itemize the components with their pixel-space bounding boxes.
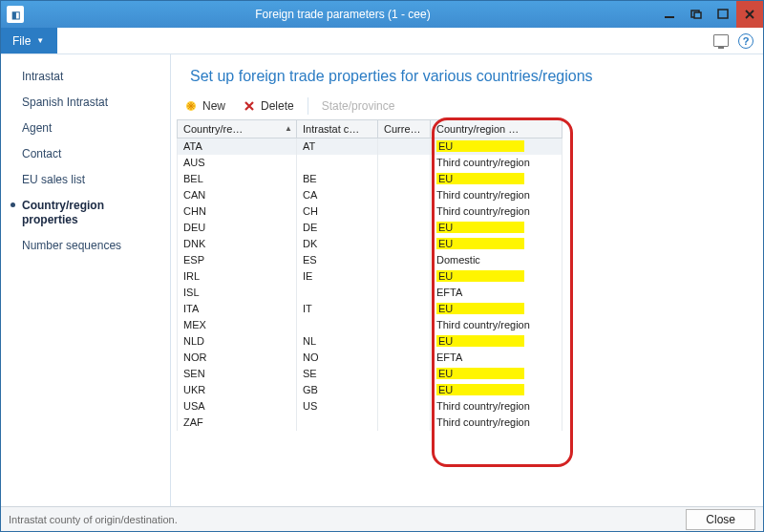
cell[interactable]: NLD — [178, 333, 297, 350]
cell[interactable]: EU — [431, 220, 562, 236]
cell[interactable] — [297, 317, 378, 333]
cell[interactable]: US — [297, 398, 378, 415]
close-window-button[interactable] — [736, 1, 763, 28]
cell[interactable] — [378, 138, 431, 155]
cell[interactable] — [378, 171, 431, 187]
cell[interactable] — [378, 382, 431, 398]
cell[interactable]: Third country/region — [431, 155, 562, 171]
cell[interactable] — [378, 301, 431, 317]
cell[interactable]: ES — [297, 252, 378, 268]
cell[interactable] — [378, 203, 431, 220]
cell[interactable]: IRL — [178, 268, 297, 285]
close-button[interactable]: Close — [686, 509, 755, 530]
cell[interactable] — [378, 268, 431, 285]
table-row[interactable]: ESPESDomestic — [178, 252, 562, 268]
cell[interactable]: IT — [297, 301, 378, 317]
cell[interactable]: Domestic — [431, 252, 562, 268]
cell[interactable] — [378, 366, 431, 382]
table-row[interactable]: SENSEEU — [178, 366, 562, 382]
minimize-button[interactable] — [656, 1, 683, 28]
table-row[interactable]: MEXThird country/region — [178, 317, 562, 333]
cell[interactable]: EU — [431, 138, 562, 155]
cell[interactable] — [378, 285, 431, 301]
cell[interactable]: ATA — [178, 138, 297, 155]
cell[interactable]: BEL — [178, 171, 297, 187]
cell[interactable]: CHN — [178, 203, 297, 220]
cell[interactable]: AT — [297, 138, 378, 155]
cell[interactable]: EFTA — [431, 285, 562, 301]
cell[interactable]: Third country/region — [431, 187, 562, 203]
table-row[interactable]: CANCAThird country/region — [178, 187, 562, 203]
table-row[interactable]: DEUDEEU — [178, 220, 562, 236]
sidebar-item-contact[interactable]: Contact — [1, 141, 170, 167]
country-grid[interactable]: Country/re…▲ Intrastat c… Curre… Country… — [177, 119, 562, 431]
table-row[interactable]: BELBEEU — [178, 171, 562, 187]
cell[interactable]: Third country/region — [431, 415, 562, 431]
cell[interactable]: MEX — [178, 317, 297, 333]
col-currency[interactable]: Curre… — [378, 120, 431, 138]
cell[interactable]: ITA — [178, 301, 297, 317]
cell[interactable]: EU — [431, 382, 562, 398]
table-row[interactable]: ZAFThird country/region — [178, 415, 562, 431]
sidebar-item-country-region-properties[interactable]: Country/region properties — [1, 193, 170, 233]
table-row[interactable]: IRLIEEU — [178, 268, 562, 285]
cell[interactable]: DNK — [178, 236, 297, 252]
maximize-button[interactable] — [710, 1, 736, 28]
sidebar-item-number-sequences[interactable]: Number sequences — [1, 233, 170, 259]
cell[interactable]: AUS — [178, 155, 297, 171]
table-row[interactable]: ATAATEU — [178, 138, 562, 155]
cell[interactable]: IE — [297, 268, 378, 285]
cell[interactable] — [378, 236, 431, 252]
cell[interactable]: CA — [297, 187, 378, 203]
cell[interactable]: ESP — [178, 252, 297, 268]
cell[interactable]: Third country/region — [431, 317, 562, 333]
cell[interactable] — [378, 398, 431, 415]
col-country[interactable]: Country/re…▲ — [178, 120, 297, 138]
cell[interactable]: ZAF — [178, 415, 297, 431]
sidebar-item-eu-sales-list[interactable]: EU sales list — [1, 167, 170, 193]
view-icon[interactable] — [713, 34, 729, 47]
table-row[interactable]: NORNOEFTA — [178, 350, 562, 366]
cell[interactable]: NL — [297, 333, 378, 350]
cell[interactable] — [378, 350, 431, 366]
table-row[interactable]: ISLEFTA — [178, 285, 562, 301]
cell[interactable] — [378, 333, 431, 350]
cell[interactable] — [297, 155, 378, 171]
table-row[interactable]: UKRGBEU — [178, 382, 562, 398]
cell[interactable]: DE — [297, 220, 378, 236]
sidebar-item-agent[interactable]: Agent — [1, 116, 170, 141]
cell[interactable] — [378, 220, 431, 236]
cell[interactable] — [297, 285, 378, 301]
cell[interactable]: NOR — [178, 350, 297, 366]
cell[interactable]: EU — [431, 366, 562, 382]
cell[interactable]: EU — [431, 236, 562, 252]
cell[interactable]: EFTA — [431, 350, 562, 366]
cell[interactable] — [378, 155, 431, 171]
cell[interactable]: CH — [297, 203, 378, 220]
table-row[interactable]: CHNCHThird country/region — [178, 203, 562, 220]
cell[interactable]: EU — [431, 268, 562, 285]
file-menu-button[interactable]: File ▼ — [1, 28, 57, 53]
cell[interactable]: ISL — [178, 285, 297, 301]
cell[interactable]: DK — [297, 236, 378, 252]
cell[interactable]: Third country/region — [431, 398, 562, 415]
cell[interactable]: GB — [297, 382, 378, 398]
cell[interactable] — [378, 252, 431, 268]
new-button[interactable]: New — [177, 96, 233, 116]
cell[interactable]: EU — [431, 301, 562, 317]
col-country-region-type[interactable]: Country/region … — [431, 120, 562, 138]
sidebar-item-intrastat[interactable]: Intrastat — [1, 64, 170, 90]
cell[interactable]: DEU — [178, 220, 297, 236]
cell[interactable] — [297, 415, 378, 431]
delete-button[interactable]: Delete — [235, 96, 302, 116]
cell[interactable]: EU — [431, 333, 562, 350]
table-row[interactable]: ITAITEU — [178, 301, 562, 317]
cell[interactable]: USA — [178, 398, 297, 415]
table-row[interactable]: DNKDKEU — [178, 236, 562, 252]
cell[interactable]: BE — [297, 171, 378, 187]
cell[interactable]: SE — [297, 366, 378, 382]
cell[interactable] — [378, 187, 431, 203]
cell[interactable]: NO — [297, 350, 378, 366]
cell[interactable]: CAN — [178, 187, 297, 203]
col-intrastat[interactable]: Intrastat c… — [297, 120, 378, 138]
